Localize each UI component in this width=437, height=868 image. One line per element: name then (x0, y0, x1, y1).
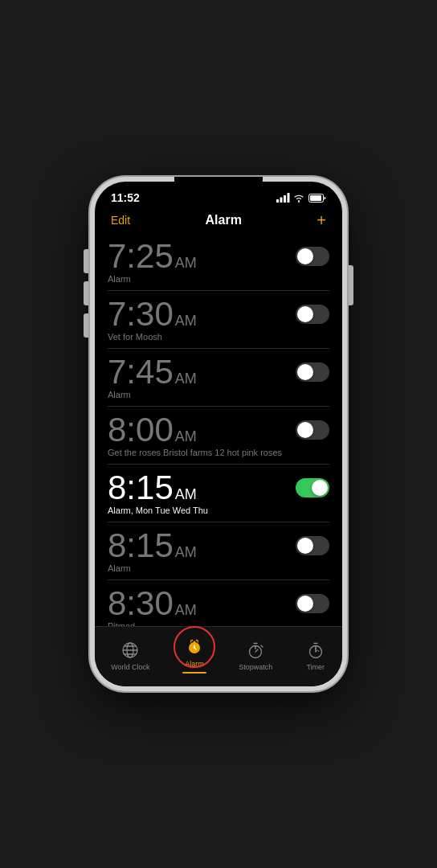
alarm-time-ampm: AM (175, 255, 197, 272)
status-icons (276, 193, 326, 203)
globe-icon (120, 640, 141, 661)
alarm-toggle[interactable] (296, 594, 329, 613)
alarm-time-ampm: AM (175, 486, 197, 503)
list-item[interactable]: 8:15 AM Alarm (108, 522, 329, 580)
stopwatch-icon (245, 640, 266, 661)
alarm-time-display: 7:45 AM (108, 355, 197, 389)
list-item[interactable]: 8:30 AM Pitmad (108, 580, 329, 626)
tab-timer-label: Timer (306, 663, 325, 671)
alarm-time-display: 8:15 AM (108, 529, 197, 563)
alarm-time-ampm: AM (175, 428, 197, 445)
tab-world-clock-label: World Clock (111, 663, 149, 671)
alarm-label: Alarm (108, 390, 329, 399)
alarm-label: Get the roses Bristol farms 12 hot pink … (108, 448, 329, 457)
alarm-label: Vet for Moosh (108, 332, 329, 342)
alarm-time-display: 8:15 AM (108, 471, 197, 505)
tab-world-clock[interactable]: World Clock (104, 637, 156, 674)
edit-button[interactable]: Edit (111, 214, 130, 227)
svg-rect-2 (284, 195, 286, 203)
phone-frame: 11:52 (90, 177, 347, 691)
svg-line-14 (194, 648, 196, 649)
svg-rect-5 (310, 195, 321, 201)
nav-bar: Edit Alarm + (95, 207, 342, 233)
wifi-icon (293, 194, 304, 203)
alarm-toggle[interactable] (296, 420, 329, 440)
battery-icon (308, 194, 326, 203)
alarm-time-display: 8:30 AM (108, 587, 197, 620)
alarm-time-display: 7:30 AM (108, 297, 197, 331)
notch (174, 177, 263, 194)
list-item[interactable]: 7:30 AM Vet for Moosh (108, 291, 329, 349)
tab-alarm[interactable]: Alarm (176, 633, 213, 677)
alarm-time-number: 8:30 (108, 587, 174, 620)
alarm-label: Alarm, Mon Tue Wed Thu (108, 506, 329, 515)
signal-icon (276, 193, 289, 203)
alarm-time-display: 7:25 AM (108, 240, 197, 273)
alarm-time-number: 8:15 (108, 529, 174, 563)
alarm-toggle[interactable] (296, 305, 329, 324)
tab-active-indicator (182, 672, 206, 674)
phone-screen: 11:52 (95, 182, 342, 686)
svg-line-18 (261, 645, 263, 647)
page-title: Alarm (206, 213, 242, 227)
alarm-list: 7:25 AM Alarm 7:30 AM (95, 233, 342, 626)
add-alarm-button[interactable]: + (317, 212, 326, 228)
svg-rect-1 (280, 198, 283, 203)
svg-point-12 (193, 641, 195, 644)
alarm-toggle[interactable] (296, 478, 329, 497)
tab-timer[interactable]: Timer (299, 637, 333, 674)
alarm-toggle[interactable] (296, 362, 329, 382)
list-item[interactable]: 8:00 AM Get the roses Bristol farms 12 h… (108, 407, 329, 465)
alarm-label: Alarm (108, 563, 329, 573)
alarm-time-ampm: AM (175, 602, 197, 619)
alarm-time-number: 7:25 (108, 240, 174, 273)
list-item[interactable]: 8:15 AM Alarm, Mon Tue Wed Thu (108, 465, 329, 522)
status-time: 11:52 (111, 191, 140, 204)
tab-stopwatch-label: Stopwatch (239, 663, 272, 671)
tab-stopwatch[interactable]: Stopwatch (232, 637, 279, 674)
alarm-time-ampm: AM (175, 313, 197, 330)
alarm-toggle[interactable] (296, 536, 329, 555)
timer-icon (305, 640, 326, 661)
alarm-time-ampm: AM (175, 371, 197, 387)
alarm-toggle[interactable] (296, 247, 329, 266)
alarm-time-number: 7:30 (108, 297, 174, 331)
svg-rect-0 (276, 199, 279, 203)
alarm-time-number: 7:45 (108, 355, 174, 389)
alarm-icon (184, 637, 205, 657)
svg-line-19 (255, 649, 258, 652)
tab-bar: World Clock (95, 626, 342, 686)
svg-point-11 (189, 642, 200, 653)
alarm-time-number: 8:15 (108, 471, 174, 505)
alarm-time-display: 8:00 AM (108, 413, 197, 447)
alarm-time-number: 8:00 (108, 413, 174, 447)
alarm-time-ampm: AM (175, 544, 197, 561)
alarm-label: Alarm (108, 274, 329, 284)
list-item[interactable]: 7:25 AM Alarm (108, 233, 329, 291)
svg-rect-3 (288, 193, 290, 203)
list-item[interactable]: 7:45 AM Alarm (108, 349, 329, 407)
